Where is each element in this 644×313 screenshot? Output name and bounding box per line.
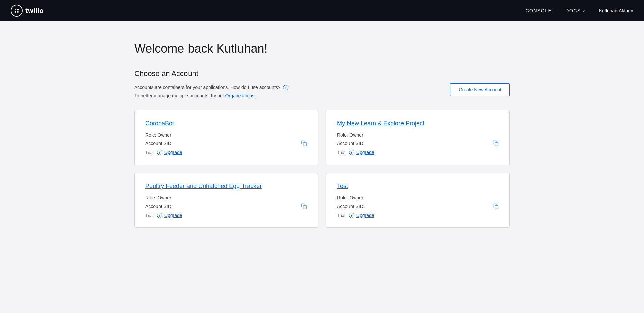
- svg-rect-4: [303, 143, 307, 146]
- account-role: Role: Owner: [145, 132, 307, 138]
- account-sid-label: Account SID:: [145, 204, 173, 209]
- account-name[interactable]: Poultry Feeder and Unhatched Egg Tracker: [145, 183, 307, 190]
- trial-info-icon[interactable]: i: [349, 213, 354, 218]
- main-content: Welcome back Kutluhan! Choose an Account…: [121, 21, 523, 248]
- section-title: Choose an Account: [134, 69, 510, 78]
- svg-point-1: [17, 9, 19, 10]
- svg-point-3: [17, 11, 19, 13]
- desc-line2: To better manage multiple accounts, try …: [134, 92, 288, 100]
- account-sid-row: Account SID:: [337, 140, 499, 146]
- svg-point-0: [15, 9, 16, 10]
- account-sid-row: Account SID:: [145, 203, 307, 209]
- account-trial-row: Trial i Upgrade: [337, 150, 499, 155]
- trial-badge: Trial: [337, 150, 345, 155]
- copy-icon[interactable]: [493, 140, 499, 146]
- account-trial-row: Trial i Upgrade: [337, 213, 499, 218]
- copy-icon[interactable]: [301, 203, 307, 209]
- accounts-description: Accounts are containers for your applica…: [134, 83, 510, 100]
- account-card[interactable]: CoronaBot Role: Owner Account SID: Trial…: [134, 110, 318, 165]
- account-role: Role: Owner: [145, 195, 307, 200]
- account-sid-label: Account SID:: [145, 141, 173, 146]
- trial-badge: Trial: [145, 150, 154, 155]
- account-role: Role: Owner: [337, 195, 499, 200]
- svg-rect-7: [495, 206, 498, 209]
- account-card[interactable]: Poultry Feeder and Unhatched Egg Tracker…: [134, 173, 318, 228]
- upgrade-link[interactable]: Upgrade: [356, 213, 374, 218]
- account-card[interactable]: Test Role: Owner Account SID: Trial i Up…: [326, 173, 510, 228]
- create-account-button[interactable]: Create New Account: [450, 83, 510, 96]
- svg-point-2: [15, 11, 16, 13]
- account-name[interactable]: CoronaBot: [145, 120, 307, 127]
- description-text: Accounts are containers for your applica…: [134, 83, 288, 100]
- upgrade-link[interactable]: Upgrade: [164, 213, 182, 218]
- account-card[interactable]: My New Learn & Explore Project Role: Own…: [326, 110, 510, 165]
- logo[interactable]: twilio: [11, 5, 44, 17]
- logo-text: twilio: [25, 7, 44, 15]
- svg-rect-6: [303, 206, 307, 209]
- logo-icon: [11, 5, 23, 17]
- account-name[interactable]: My New Learn & Explore Project: [337, 120, 499, 127]
- account-sid-row: Account SID:: [337, 203, 499, 209]
- trial-info-icon[interactable]: i: [349, 150, 354, 155]
- svg-rect-5: [495, 143, 498, 146]
- upgrade-link[interactable]: Upgrade: [356, 150, 374, 155]
- navbar: twilio CONSOLE DOCS Kutluhan Aktar: [0, 0, 644, 21]
- trial-badge: Trial: [145, 213, 154, 218]
- user-menu[interactable]: Kutluhan Aktar: [599, 8, 633, 13]
- docs-link[interactable]: DOCS: [565, 8, 586, 13]
- account-sid-label: Account SID:: [337, 204, 365, 209]
- desc-line1: Accounts are containers for your applica…: [134, 83, 288, 92]
- account-role: Role: Owner: [337, 132, 499, 138]
- accounts-grid: CoronaBot Role: Owner Account SID: Trial…: [134, 110, 510, 228]
- account-name[interactable]: Test: [337, 183, 499, 190]
- copy-icon[interactable]: [493, 203, 499, 209]
- info-icon[interactable]: i: [283, 85, 288, 90]
- organizations-link[interactable]: Organizations.: [225, 93, 256, 98]
- navbar-right: CONSOLE DOCS Kutluhan Aktar: [525, 8, 633, 13]
- trial-info-icon[interactable]: i: [157, 213, 162, 218]
- trial-info-icon[interactable]: i: [157, 150, 162, 155]
- console-link[interactable]: CONSOLE: [525, 8, 552, 13]
- account-sid-label: Account SID:: [337, 141, 365, 146]
- trial-badge: Trial: [337, 213, 345, 218]
- welcome-title: Welcome back Kutluhan!: [134, 42, 510, 56]
- account-trial-row: Trial i Upgrade: [145, 150, 307, 155]
- upgrade-link[interactable]: Upgrade: [164, 150, 182, 155]
- copy-icon[interactable]: [301, 140, 307, 146]
- account-sid-row: Account SID:: [145, 140, 307, 146]
- account-trial-row: Trial i Upgrade: [145, 213, 307, 218]
